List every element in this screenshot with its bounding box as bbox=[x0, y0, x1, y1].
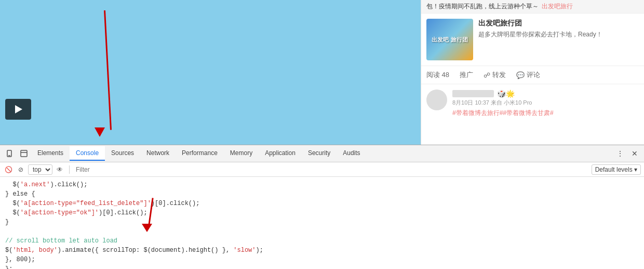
webpage-area: 包！疫情期间不乱跑，线上云游种个草～ 出发吧旅行 出发吧 旅行团 出发吧旅行团 … bbox=[0, 0, 644, 145]
context-select[interactable]: top bbox=[28, 164, 52, 175]
user-content: 🎲🌟 8月10日 10:37 来自 小米10 Pro #带着微博去旅行##带着微… bbox=[452, 89, 639, 118]
comment-icon: 💬 bbox=[516, 71, 525, 79]
ad-content: 出发吧旅行团 超多大牌明星带你探索必去打卡地，Ready！ bbox=[478, 19, 639, 60]
eye-icon[interactable]: 👁 bbox=[55, 164, 65, 175]
ad-desc: 超多大牌明星带你探索必去打卡地，Ready！ bbox=[478, 30, 639, 39]
tab-application[interactable]: Application bbox=[259, 146, 302, 161]
default-levels[interactable]: Default levels ▾ bbox=[592, 164, 641, 175]
devtools-tabs: Elements Console Sources Network Perform… bbox=[0, 145, 644, 162]
play-icon bbox=[15, 105, 22, 113]
user-post: 🎲🌟 8月10日 10:37 来自 小米10 Pro #带着微博去旅行##带着微… bbox=[421, 84, 644, 123]
code-line-7: // scroll bottom let auto load bbox=[5, 236, 639, 246]
user-name-placeholder bbox=[452, 90, 494, 97]
tab-audits[interactable]: Audits bbox=[337, 146, 366, 161]
code-line-9: }, 800); bbox=[5, 255, 639, 264]
close-devtools-btn[interactable]: ✕ bbox=[627, 146, 642, 161]
ad-thumbnail: 出发吧 旅行团 bbox=[426, 19, 473, 60]
more-options-btn[interactable]: ⋮ bbox=[613, 146, 627, 161]
ad-bar-text: 包！疫情期间不乱跑，线上云游种个草～ bbox=[426, 2, 539, 11]
right-panel: 包！疫情期间不乱跑，线上云游种个草～ 出发吧旅行 出发吧 旅行团 出发吧旅行团 … bbox=[421, 0, 644, 145]
code-line-6 bbox=[5, 227, 639, 236]
tab-sources[interactable]: Sources bbox=[105, 146, 140, 161]
tab-security[interactable]: Security bbox=[302, 146, 337, 161]
devtools-panel: Elements Console Sources Network Perform… bbox=[0, 145, 644, 269]
user-meta: 8月10日 10:37 来自 小米10 Pro bbox=[452, 99, 639, 107]
tab-memory[interactable]: Memory bbox=[224, 146, 259, 161]
clear-console-btn[interactable]: 🚫 bbox=[3, 164, 14, 175]
svg-rect-2 bbox=[21, 150, 27, 157]
tab-performance[interactable]: Performance bbox=[176, 146, 224, 161]
code-line-10: }; bbox=[5, 264, 639, 269]
code-line-4: $('a[action-type="ok"]')[0].click(); bbox=[5, 208, 639, 217]
code-line-5: } bbox=[5, 217, 639, 227]
ad-thumb-text: 出发吧 旅行团 bbox=[432, 36, 467, 44]
tab-console[interactable]: Console bbox=[70, 146, 105, 161]
mobile-icon-btn[interactable] bbox=[2, 146, 17, 161]
user-tags: #带着微博去旅行##带着微博去甘肃# bbox=[452, 109, 639, 118]
console-output: $('a.next').click(); } else { $('a[actio… bbox=[0, 177, 644, 269]
ad-card: 出发吧 旅行团 出发吧旅行团 超多大牌明星带你探索必去打卡地，Ready！ bbox=[421, 14, 644, 66]
tab-elements[interactable]: Elements bbox=[31, 146, 70, 161]
devtools-toolbar: 🚫 ⊘ top 👁 Default levels ▾ bbox=[0, 162, 644, 177]
code-line-2: } else { bbox=[5, 189, 639, 199]
action-share[interactable]: ☍ 转发 bbox=[484, 70, 506, 80]
arrow1-head bbox=[95, 127, 105, 137]
filter-input[interactable] bbox=[74, 166, 589, 173]
dock-icon-btn[interactable] bbox=[17, 146, 31, 161]
code-line-3: $('a[action-type="feed_list_delete"]')[0… bbox=[5, 199, 639, 208]
share-icon: ☍ bbox=[484, 71, 490, 79]
action-promote[interactable]: 推广 bbox=[460, 70, 473, 80]
user-emoji: 🎲🌟 bbox=[497, 89, 515, 98]
ad-bar: 包！疫情期间不乱跑，线上云游种个草～ 出发吧旅行 bbox=[421, 0, 644, 14]
action-read[interactable]: 阅读 48 bbox=[426, 70, 449, 80]
ad-title: 出发吧旅行团 bbox=[478, 19, 639, 28]
play-button[interactable] bbox=[5, 99, 31, 120]
arrow1-line bbox=[104, 10, 112, 130]
pause-btn[interactable]: ⊘ bbox=[16, 164, 26, 175]
tab-network[interactable]: Network bbox=[140, 146, 176, 161]
code-line-1: $('a.next').click(); bbox=[5, 180, 639, 189]
action-bar: 阅读 48 推广 ☍ 转发 💬 评论 bbox=[421, 66, 644, 84]
user-avatar bbox=[426, 89, 447, 110]
action-comment[interactable]: 💬 评论 bbox=[516, 70, 540, 80]
user-name-row: 🎲🌟 bbox=[452, 89, 639, 98]
code-line-8: $('html, body').animate({ scrollTop: $(d… bbox=[5, 246, 639, 255]
left-content bbox=[0, 0, 421, 145]
ad-link[interactable]: 出发吧旅行 bbox=[542, 2, 573, 11]
